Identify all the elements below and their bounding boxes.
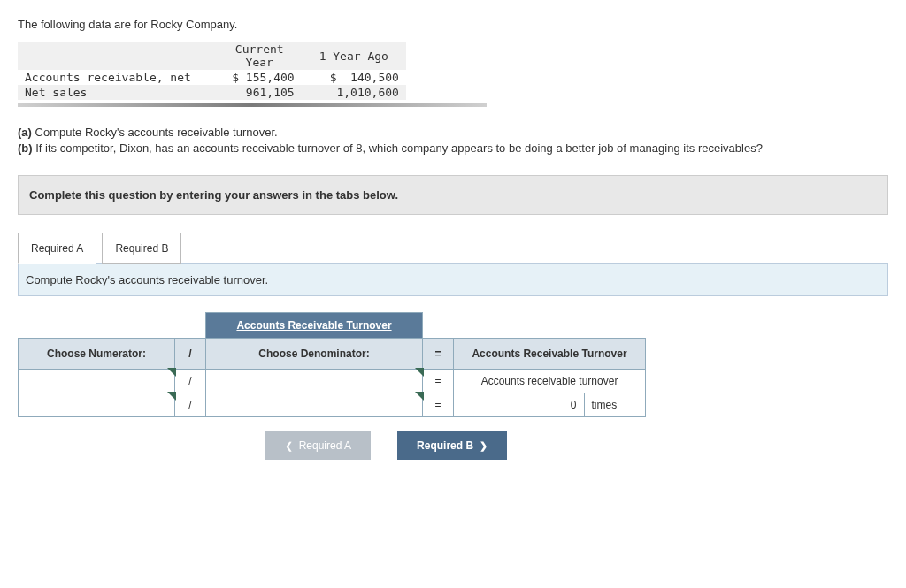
chevron-left-icon: ❮ <box>285 440 293 451</box>
slash: / <box>175 393 206 417</box>
question-b-text: If its competitor, Dixon, has an account… <box>35 141 763 155</box>
divider <box>18 103 487 107</box>
row-label: Net sales <box>18 85 218 100</box>
col-header-prior: 1 Year Ago <box>302 42 406 70</box>
data-table: Current Year 1 Year Ago Accounts receiva… <box>18 42 406 100</box>
result-header: Accounts Receivable Turnover <box>454 339 646 370</box>
next-button[interactable]: Required B ❯ <box>397 431 507 460</box>
question-b-label: (b) <box>18 141 33 155</box>
answer-table: Accounts Receivable Turnover Choose Nume… <box>18 312 646 417</box>
question-a-label: (a) <box>18 126 32 139</box>
slash: / <box>175 339 206 370</box>
prev-button[interactable]: ❮ Required A <box>265 431 371 460</box>
numerator-header: Choose Numerator: <box>19 339 175 370</box>
result-label: Accounts receivable turnover <box>454 370 646 393</box>
question-a-text: Compute Rocky's accounts receivable turn… <box>35 126 278 139</box>
col-header-current: Current Year <box>218 42 302 70</box>
equals: = <box>423 393 454 417</box>
denominator-header: Choose Denominator: <box>206 339 423 370</box>
tabs-container: Required A Required B <box>18 233 888 264</box>
intro-text: The following data are for Rocky Company… <box>18 18 888 31</box>
tab-required-a[interactable]: Required A <box>18 233 96 264</box>
cell-value: 1,010,600 <box>302 85 406 100</box>
tab-required-b[interactable]: Required B <box>102 233 181 264</box>
slash: / <box>175 370 206 393</box>
numerator-value-dropdown[interactable] <box>19 393 175 417</box>
result-value[interactable]: 0 <box>454 393 585 417</box>
cell-value: 961,105 <box>218 85 302 100</box>
nav-buttons: ❮ Required A Required B ❯ <box>18 431 888 460</box>
equals: = <box>423 370 454 393</box>
cell-value: $ 140,500 <box>302 70 406 85</box>
row-label: Accounts receivable, net <box>18 70 218 85</box>
prev-label: Required A <box>299 439 351 452</box>
questions-block: (a) Compute Rocky's accounts receivable … <box>18 125 888 156</box>
numerator-dropdown[interactable] <box>19 370 175 393</box>
equals: = <box>423 339 454 370</box>
denominator-dropdown[interactable] <box>206 370 423 393</box>
answer-title: Accounts Receivable Turnover <box>206 313 423 339</box>
instruction-bar: Complete this question by entering your … <box>18 175 888 215</box>
denominator-value-dropdown[interactable] <box>206 393 423 417</box>
sub-instruction: Compute Rocky's accounts receivable turn… <box>18 263 888 296</box>
result-units: times <box>584 393 645 417</box>
cell-value: $ 155,400 <box>218 70 302 85</box>
next-label: Required B <box>417 439 473 452</box>
chevron-right-icon: ❯ <box>480 440 488 451</box>
